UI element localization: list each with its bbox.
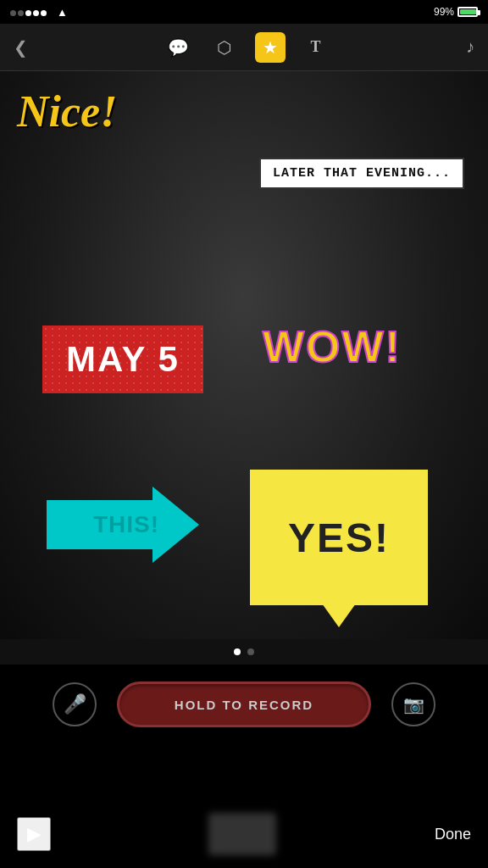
nav-bar: ❮ 💬 ⬡ ★ T ♪	[0, 24, 488, 71]
battery-percentage: 99%	[434, 6, 454, 18]
playback-row: ▶ Done	[0, 809, 488, 860]
yes-text: YES!	[288, 515, 390, 561]
star-badge-button[interactable]: ★	[255, 32, 286, 63]
sticker-later[interactable]: LATER THAT EVENING...	[259, 158, 464, 189]
sticker-may5[interactable]: MAY 5	[42, 326, 203, 393]
text-button[interactable]: T	[301, 32, 331, 63]
controls-area: 🎤 HOLD TO RECORD 📷 ▶ Done	[0, 665, 488, 868]
nav-right: ♪	[466, 37, 474, 57]
video-thumbnail	[208, 813, 276, 855]
text-icon: T	[310, 38, 320, 56]
camera-flip-icon: 📷	[403, 694, 424, 715]
status-left: ▲	[10, 4, 68, 19]
battery-icon	[458, 7, 478, 17]
speech-bubble-button[interactable]: 💬	[164, 32, 194, 63]
record-row: 🎤 HOLD TO RECORD 📷	[0, 682, 488, 727]
sticker-wow[interactable]: WOW!	[263, 321, 402, 372]
nav-icons: 💬 ⬡ ★ T	[164, 32, 331, 63]
arrow-text: THIS!	[93, 511, 159, 538]
star-icon: ★	[263, 37, 278, 58]
play-icon: ▶	[27, 823, 42, 845]
play-button[interactable]: ▶	[17, 817, 51, 851]
spacer	[0, 741, 488, 809]
pagination	[0, 639, 488, 665]
status-bar: ▲ 99%	[0, 0, 488, 24]
arrow-head	[152, 487, 199, 563]
microphone-icon: 🎤	[64, 693, 86, 715]
wifi-icon: ▲	[57, 6, 68, 19]
sticker-nice[interactable]: Nice!	[17, 86, 117, 136]
sticker-yes[interactable]: YES!	[250, 470, 428, 605]
done-button[interactable]: Done	[435, 826, 471, 843]
microphone-button[interactable]: 🎤	[53, 682, 97, 726]
canvas-area: Nice! LATER THAT EVENING... MAY 5 WOW! T…	[0, 71, 488, 639]
chevron-down-icon[interactable]: ❮	[14, 37, 28, 58]
sticker-this[interactable]: THIS!	[47, 487, 199, 563]
arrow-shape: THIS!	[47, 487, 199, 563]
hold-to-record-label: HOLD TO RECORD	[175, 698, 313, 712]
layers-icon: ⬡	[217, 37, 231, 58]
camera-flip-button[interactable]: 📷	[391, 682, 435, 726]
status-right: 99%	[434, 6, 478, 18]
hold-to-record-button[interactable]: HOLD TO RECORD	[117, 682, 371, 727]
music-note-icon[interactable]: ♪	[466, 37, 474, 57]
signal-dots	[10, 4, 48, 19]
nav-left: ❮	[14, 37, 28, 58]
speech-bubble-icon: 💬	[168, 37, 189, 58]
pagination-dot-2[interactable]	[247, 648, 254, 655]
pagination-dot-1[interactable]	[234, 648, 241, 655]
layers-button[interactable]: ⬡	[209, 32, 240, 63]
